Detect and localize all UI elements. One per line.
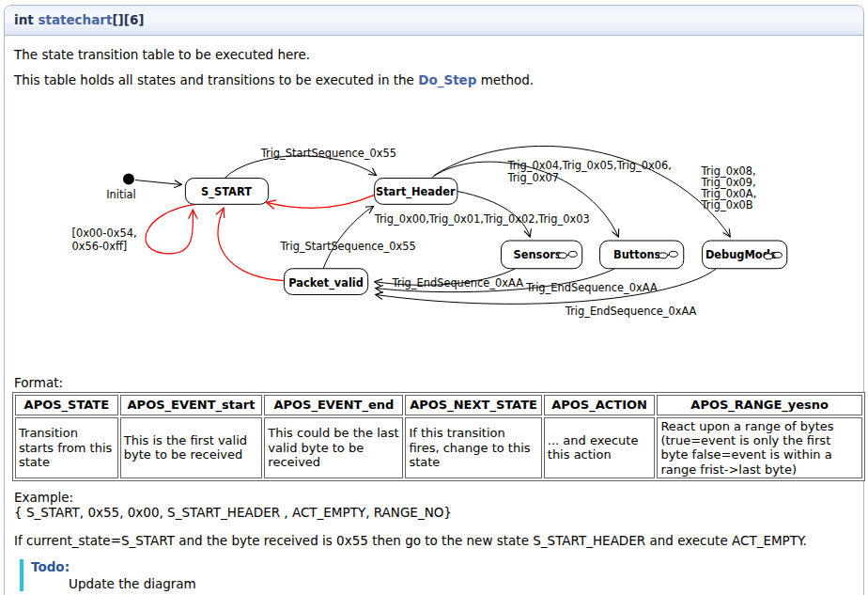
label-to-sensors: Trig_0x00,Trig_0x01,Trig_0x02,Trig_0x03 (374, 212, 590, 226)
edge-packetvalid-to-startheader (323, 206, 374, 268)
format-table-body-row: Transition starts from this state This i… (15, 417, 862, 478)
description-line-1: The state transition table to be execute… (14, 48, 854, 62)
statechart-diagram: Initial S_START Start_Header Sensors But… (12, 112, 868, 366)
todo-block: Todo: Update the diagram (20, 559, 856, 591)
state-buttons-label: Buttons (613, 248, 661, 261)
format-label: Format: (14, 375, 856, 390)
state-packet-valid-label: Packet_valid (288, 275, 364, 290)
transition-labels: Trig_StartSequence_0x55 Trig_0x00,Trig_0… (71, 146, 756, 318)
todo-label: Todo: (31, 559, 856, 574)
col-apos-event-start: APOS_EVENT_start (120, 395, 263, 415)
edge-sstart-self-loop (146, 204, 195, 254)
label-start-sequence-packet: Trig_StartSequence_0x55 (280, 240, 416, 253)
member-doc-block: int statechart[][6] The state transition… (4, 5, 864, 595)
state-s-start-label: S_START (201, 185, 252, 199)
todo-text: Update the diagram (69, 576, 856, 591)
label-to-buttons-2: Trig_0x07 (506, 170, 559, 183)
cell-apos-event-end: This could be the last valid byte to be … (264, 417, 403, 478)
example-explanation: If current_state=S_START and the byte re… (14, 533, 856, 548)
member-name-link[interactable]: statechart (38, 12, 112, 27)
label-to-debug-4: Trig_0x0B (701, 198, 753, 211)
label-end-sequence-sensors: Trig_EndSequence_0xAA (391, 275, 523, 289)
label-end-sequence-buttons: Trig_EndSequence_0xAA (525, 280, 658, 293)
label-range-line-1: [0x00-0x54, (71, 227, 136, 240)
cell-apos-next-state: If this transition fires, change to this… (405, 417, 541, 478)
label-range-line-2: 0x56-0xff] (71, 240, 127, 253)
description-line-2: This table holds all states and transiti… (14, 73, 854, 87)
edge-startheader-to-sstart (267, 195, 375, 208)
state-sensors-label: Sensors (514, 248, 562, 261)
example-label: Example: (14, 491, 856, 506)
do-step-link[interactable]: Do_Step (418, 72, 476, 87)
col-apos-next-state: APOS_NEXT_STATE (405, 395, 541, 415)
col-apos-range-yesno: APOS_RANGE_yesno (657, 395, 862, 415)
cell-apos-event-start: This is the first valid byte to be recei… (120, 417, 263, 478)
format-table-header-row: APOS_STATE APOS_EVENT_start APOS_EVENT_e… (15, 395, 862, 415)
member-suffix: [][6] (112, 12, 144, 27)
label-start-sequence-top: Trig_StartSequence_0x55 (260, 146, 396, 159)
col-apos-action: APOS_ACTION (544, 395, 656, 415)
initial-state-dot (123, 173, 134, 184)
example-block: Example: { S_START, 0x55, 0x00, S_START_… (14, 491, 856, 520)
cell-apos-range-yesno: React upon a range of bytes (true=event … (657, 417, 862, 478)
example-code: { S_START, 0x55, 0x00, S_START_HEADER , … (14, 506, 856, 521)
col-apos-state: APOS_STATE (15, 395, 118, 415)
initial-state-label: Initial (106, 188, 136, 201)
edge-packetvalid-to-sstart (218, 208, 284, 280)
member-doc-body: The state transition table to be execute… (5, 36, 863, 595)
cell-apos-action: ... and execute this action (544, 417, 656, 478)
cell-apos-state: Transition starts from this state (15, 417, 118, 478)
state-start-header-label: Start_Header (376, 185, 456, 199)
edge-initial-to-sstart (135, 180, 182, 184)
member-type: int (14, 12, 34, 27)
member-prototype-header: int statechart[][6] (5, 6, 863, 36)
label-end-sequence-debug: Trig_EndSequence_0xAA (565, 305, 697, 318)
col-apos-event-end: APOS_EVENT_end (264, 395, 403, 415)
statechart-svg: Initial S_START Start_Header Sensors But… (12, 112, 868, 366)
format-table: APOS_STATE APOS_EVENT_start APOS_EVENT_e… (12, 392, 865, 481)
